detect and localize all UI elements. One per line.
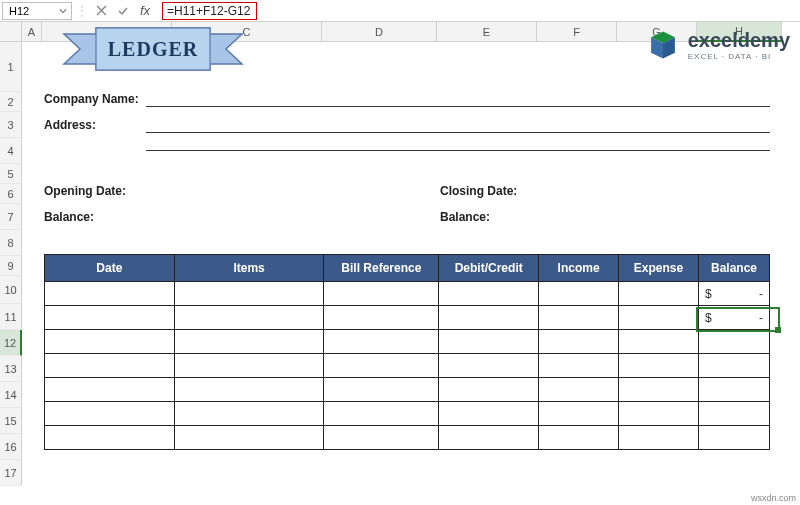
row-header-8[interactable]: 8 — [0, 230, 22, 256]
opening-date-label: Opening Date: — [44, 184, 126, 198]
table-cell[interactable] — [324, 330, 439, 354]
table-cell[interactable] — [174, 282, 324, 306]
table-cell[interactable] — [324, 402, 439, 426]
table-cell[interactable] — [619, 402, 699, 426]
select-all-corner[interactable] — [0, 22, 22, 42]
row-header-12[interactable]: 12 — [0, 330, 22, 356]
row-header-9[interactable]: 9 — [0, 256, 22, 276]
table-cell[interactable] — [539, 378, 619, 402]
row-header-17[interactable]: 17 — [0, 460, 22, 486]
table-cell[interactable]: $- — [699, 282, 770, 306]
cube-icon — [646, 28, 680, 62]
table-cell[interactable] — [45, 378, 175, 402]
row-header-14[interactable]: 14 — [0, 382, 22, 408]
table-cell[interactable] — [439, 282, 539, 306]
address-label: Address: — [44, 118, 96, 132]
row-header-7[interactable]: 7 — [0, 204, 22, 230]
active-cell-ref: H12 — [9, 5, 29, 17]
company-name-line — [146, 106, 770, 107]
confirm-formula-icon[interactable] — [114, 2, 132, 20]
chevron-down-icon — [59, 7, 67, 15]
row-header-6[interactable]: 6 — [0, 184, 22, 204]
table-cell[interactable] — [619, 330, 699, 354]
formula-bar: H12 ⋮ fx =H11+F12-G12 — [0, 0, 800, 22]
balance-value: - — [759, 287, 763, 301]
table-cell[interactable] — [45, 354, 175, 378]
row-header-10[interactable]: 10 — [0, 276, 22, 304]
table-cell[interactable] — [324, 354, 439, 378]
table-row — [45, 330, 770, 354]
table-cell[interactable] — [699, 354, 770, 378]
table-cell[interactable] — [45, 282, 175, 306]
row-header-4[interactable]: 4 — [0, 138, 22, 164]
row-header-11[interactable]: 11 — [0, 304, 22, 330]
col-header-A[interactable]: A — [22, 22, 42, 42]
name-box[interactable]: H12 — [2, 2, 72, 20]
col-balance: Balance — [699, 255, 770, 282]
formula-input[interactable]: =H11+F12-G12 — [158, 2, 798, 20]
col-header-D[interactable]: D — [322, 22, 437, 42]
company-name-label: Company Name: — [44, 92, 139, 106]
table-cell[interactable] — [699, 426, 770, 450]
table-cell[interactable] — [539, 306, 619, 330]
table-cell[interactable] — [45, 426, 175, 450]
table-row — [45, 402, 770, 426]
table-cell[interactable] — [539, 330, 619, 354]
table-cell[interactable] — [539, 426, 619, 450]
table-cell[interactable] — [439, 378, 539, 402]
row-header-5[interactable]: 5 — [0, 164, 22, 184]
brand-name: exceldemy — [688, 29, 790, 52]
table-cell[interactable] — [699, 330, 770, 354]
table-cell[interactable] — [45, 402, 175, 426]
cancel-formula-icon[interactable] — [92, 2, 110, 20]
balance-right-label: Balance: — [440, 210, 490, 224]
table-cell[interactable] — [324, 426, 439, 450]
table-cell[interactable] — [45, 330, 175, 354]
table-cell[interactable] — [174, 378, 324, 402]
row-header-3[interactable]: 3 — [0, 112, 22, 138]
table-cell[interactable] — [439, 354, 539, 378]
currency-symbol: $ — [705, 311, 712, 325]
table-cell[interactable] — [699, 402, 770, 426]
table-row: $- — [45, 282, 770, 306]
fx-icon[interactable]: fx — [136, 2, 154, 20]
table-cell[interactable] — [439, 306, 539, 330]
table-cell[interactable] — [45, 306, 175, 330]
table-cell[interactable] — [699, 378, 770, 402]
col-header-F[interactable]: F — [537, 22, 617, 42]
table-cell[interactable] — [174, 306, 324, 330]
currency-symbol: $ — [705, 287, 712, 301]
table-cell[interactable] — [619, 282, 699, 306]
row-header-1[interactable]: 1 — [0, 42, 22, 92]
row-header-15[interactable]: 15 — [0, 408, 22, 434]
table-cell[interactable] — [539, 402, 619, 426]
table-cell[interactable] — [619, 426, 699, 450]
table-cell[interactable] — [619, 378, 699, 402]
table-cell[interactable] — [619, 306, 699, 330]
table-cell[interactable] — [174, 354, 324, 378]
table-row: $- — [45, 306, 770, 330]
row-headers: 1234567891011121314151617 — [0, 42, 22, 493]
col-header-E[interactable]: E — [437, 22, 537, 42]
table-cell[interactable] — [539, 282, 619, 306]
table-cell[interactable] — [324, 282, 439, 306]
table-cell[interactable] — [439, 330, 539, 354]
table-cell[interactable]: $- — [699, 306, 770, 330]
table-cell[interactable] — [619, 354, 699, 378]
brand-tagline: EXCEL · DATA · BI — [688, 52, 790, 61]
row-header-13[interactable]: 13 — [0, 356, 22, 382]
address-line-2 — [146, 150, 770, 151]
table-cell[interactable] — [439, 402, 539, 426]
table-cell[interactable] — [174, 426, 324, 450]
table-cell[interactable] — [324, 378, 439, 402]
row-header-16[interactable]: 16 — [0, 434, 22, 460]
table-cell[interactable] — [539, 354, 619, 378]
table-cell[interactable] — [324, 306, 439, 330]
table-cell[interactable] — [439, 426, 539, 450]
ledger-ribbon: LEDGER — [58, 26, 248, 72]
row-header-2[interactable]: 2 — [0, 92, 22, 112]
table-cell[interactable] — [174, 402, 324, 426]
col-income: Income — [539, 255, 619, 282]
balance-left-label: Balance: — [44, 210, 94, 224]
table-cell[interactable] — [174, 330, 324, 354]
